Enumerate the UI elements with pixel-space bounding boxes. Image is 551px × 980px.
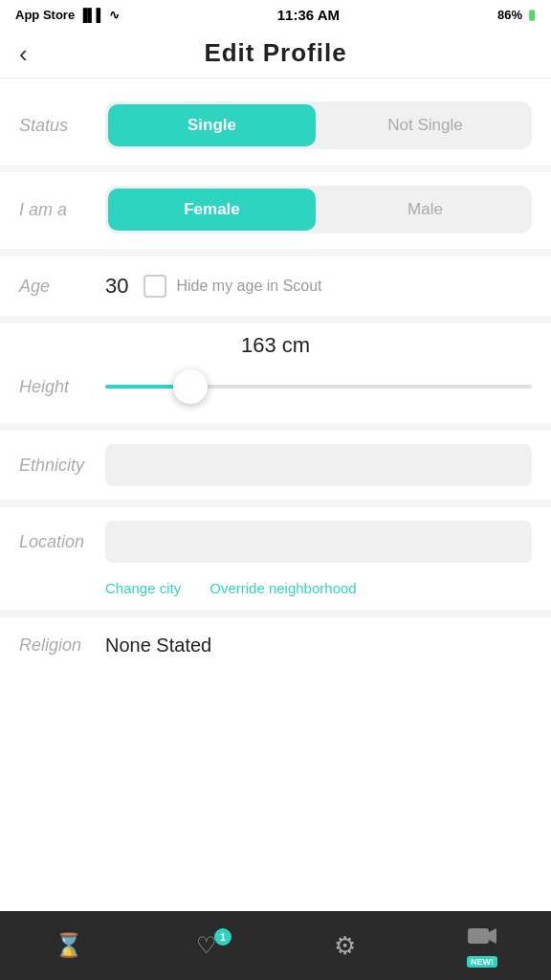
divider-6 xyxy=(0,610,551,617)
new-badge: NEW! xyxy=(467,956,497,968)
divider-1 xyxy=(0,165,551,172)
hide-age-label: Hide my age in Scout xyxy=(176,278,321,295)
location-row: Location xyxy=(0,507,551,576)
age-label: Age xyxy=(19,277,105,297)
height-section: 163 cm Height xyxy=(0,323,551,423)
status-left: App Store ▐▌▌ ∿ xyxy=(15,8,120,22)
ethnicity-row: Ethnicity xyxy=(0,431,551,500)
matches-badge: 1 xyxy=(214,928,231,946)
religion-value: None Stated xyxy=(105,635,211,657)
divider-5 xyxy=(0,500,551,507)
location-input[interactable] xyxy=(105,521,532,563)
age-value: 30 xyxy=(105,274,128,299)
age-row: Age 30 Hide my age in Scout xyxy=(0,256,551,316)
camera-icon xyxy=(468,924,496,954)
height-row: Height xyxy=(19,369,532,404)
gender-female-btn[interactable]: Female xyxy=(108,189,316,231)
location-links: Change city Override neighborhood xyxy=(0,576,551,610)
svg-marker-1 xyxy=(489,928,496,944)
gender-toggle-group[interactable]: Female Male xyxy=(105,186,532,234)
content-area: Status Single Not Single I am a Female M… xyxy=(0,78,551,911)
gear-icon: ⚙ xyxy=(334,931,356,961)
carrier-text: App Store xyxy=(15,8,75,22)
gender-label: I am a xyxy=(19,200,105,220)
nav-matches[interactable]: 1 ♡ xyxy=(178,932,235,959)
ethnicity-input[interactable] xyxy=(105,444,532,486)
hide-age-checkbox[interactable] xyxy=(143,275,166,298)
slider-track xyxy=(105,385,532,389)
override-neighborhood-link[interactable]: Override neighborhood xyxy=(209,580,356,596)
bottom-nav: ⌛ 1 ♡ ⚙ NEW! xyxy=(0,911,551,980)
religion-label: Religion xyxy=(19,635,105,656)
status-not-single-btn[interactable]: Not Single xyxy=(321,104,529,146)
hourglass-icon: ⌛ xyxy=(55,932,83,959)
wifi-icon: ∿ xyxy=(109,8,120,22)
religion-row: Religion None Stated xyxy=(0,617,551,674)
status-toggle-group[interactable]: Single Not Single xyxy=(105,101,532,149)
battery-percent: 86% xyxy=(497,8,522,22)
height-slider-container[interactable] xyxy=(105,369,532,404)
status-row: Status Single Not Single xyxy=(0,88,551,163)
status-label: Status xyxy=(19,116,105,136)
nav-video[interactable]: NEW! xyxy=(453,924,511,968)
status-single-btn[interactable]: Single xyxy=(108,104,316,146)
slider-thumb[interactable] xyxy=(173,369,208,404)
location-label: Location xyxy=(19,532,105,552)
ethnicity-label: Ethnicity xyxy=(19,456,105,476)
status-bar: App Store ▐▌▌ ∿ 11:36 AM 86% ▮ xyxy=(0,0,551,29)
divider-3 xyxy=(0,316,551,323)
gender-male-btn[interactable]: Male xyxy=(321,189,529,231)
divider-4 xyxy=(0,423,551,431)
nav-settings[interactable]: ⚙ xyxy=(316,931,373,961)
hide-age-container[interactable]: Hide my age in Scout xyxy=(143,275,321,298)
nav-scout[interactable]: ⌛ xyxy=(40,932,98,959)
page-title: Edit Profile xyxy=(204,38,346,68)
height-label: Height xyxy=(19,377,105,397)
back-button[interactable]: ‹ xyxy=(19,41,28,66)
status-right: 86% ▮ xyxy=(497,7,536,22)
signal-icon: ▐▌▌ xyxy=(78,8,105,22)
battery-icon: ▮ xyxy=(528,7,536,22)
height-display: 163 cm xyxy=(19,333,532,358)
change-city-link[interactable]: Change city xyxy=(105,580,181,596)
divider-2 xyxy=(0,249,551,256)
status-time: 11:36 AM xyxy=(277,7,340,23)
gender-row: I am a Female Male xyxy=(0,172,551,247)
svg-rect-0 xyxy=(468,928,489,944)
header: ‹ Edit Profile xyxy=(0,29,551,78)
